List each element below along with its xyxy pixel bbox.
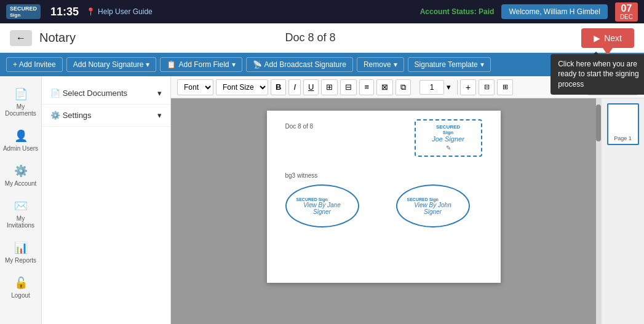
oval-inner-left: SECURED Sign View By JaneSigner xyxy=(285,184,359,227)
doc-page: Doc 8 of 8 SECUREDSign Joe Signer ✎ bg3 … xyxy=(267,111,501,283)
bold-button[interactable]: B xyxy=(271,79,286,95)
plus-icon-btn[interactable]: + xyxy=(460,79,476,95)
sidebar-item-admin-users[interactable]: 👤 Admin Users xyxy=(0,124,41,157)
signature-template-button[interactable]: Signature Template ▾ xyxy=(408,57,491,72)
sidebar: 📄 My Documents 👤 Admin Users ⚙️ My Accou… xyxy=(0,76,42,324)
location-icon: 📍 xyxy=(86,7,95,16)
dropdown-icon: ▾ xyxy=(146,60,149,69)
sidebar-item-my-reports[interactable]: 📊 My Reports xyxy=(0,236,41,269)
next-btn-wrapper: ▶ Next Click here when you are ready to … xyxy=(581,28,634,48)
add-broadcast-button[interactable]: 📡 Add Broadcast Signature xyxy=(246,57,353,72)
logout-icon: 🔓 xyxy=(14,276,28,290)
settings-icon: ⚙️ xyxy=(50,111,60,120)
top-right: Account Status: Paid Welcome, William H … xyxy=(420,2,638,22)
header-bar: ← Notary Doc 8 of 8 ▶ Next Click here wh… xyxy=(0,23,644,53)
sidebar-item-label: My Account xyxy=(5,180,37,187)
sidebar-item-label: My Reports xyxy=(5,257,36,264)
dropdown-icon3: ▾ xyxy=(394,60,397,69)
form-icon: 📋 xyxy=(167,60,176,69)
page-thumbnail[interactable]: Page 1 xyxy=(607,103,639,145)
panel-section-settings: ⚙️ Settings ▾ xyxy=(42,105,170,127)
oval-text-left: View By JaneSigner xyxy=(303,202,340,215)
sig-arrow: ✎ xyxy=(446,144,451,151)
documents-icon: 📄 xyxy=(14,87,28,101)
sig-box-top[interactable]: SECUREDSign Joe Signer ✎ xyxy=(415,119,482,157)
font-size-select[interactable]: Font Size xyxy=(216,79,268,95)
add-form-button[interactable]: 📋 Add Form Field ▾ xyxy=(160,57,242,72)
font-select[interactable]: Font xyxy=(177,79,213,95)
doc-panel-icon: 📄 xyxy=(50,89,60,98)
scrollbar-track[interactable] xyxy=(596,98,601,324)
adjust-icon-btn[interactable]: ⊟ xyxy=(479,79,495,95)
doc-label: Doc 8 of 8 xyxy=(285,123,314,130)
chevron-down-icon2: ▾ xyxy=(157,111,162,120)
left-panel: 📄 Select Documents ▾ ⚙️ Settings ▾ xyxy=(42,76,171,324)
grid-button[interactable]: ⊟ xyxy=(340,79,357,95)
scrollbar-thumb[interactable] xyxy=(596,105,601,141)
thumbnail-label: Page 1 xyxy=(614,135,632,141)
sidebar-item-label: Logout xyxy=(11,292,30,299)
account-icon: ⚙️ xyxy=(14,164,28,178)
sidebar-item-label: My Documents xyxy=(2,103,39,117)
next-button[interactable]: ▶ Next xyxy=(581,28,634,48)
clock: 11:35 xyxy=(50,6,79,18)
help-link[interactable]: 📍 Help User Guide xyxy=(86,7,153,16)
settings-header[interactable]: ⚙️ Settings ▾ xyxy=(42,105,170,126)
top-bar: SECURED Sign 11:35 📍 Help User Guide Acc… xyxy=(0,0,644,23)
date-day: 07 xyxy=(621,4,632,14)
dropdown-icon2: ▾ xyxy=(232,60,236,69)
date-month: DEC xyxy=(620,14,633,20)
italic-button[interactable]: I xyxy=(288,79,301,95)
main-layout: 📄 My Documents 👤 Admin Users ⚙️ My Accou… xyxy=(0,76,644,324)
panel-section-documents: 📄 Select Documents ▾ xyxy=(42,82,170,105)
remove-button[interactable]: Remove ▾ xyxy=(357,57,404,72)
tooltip: Click here when you are ready to start t… xyxy=(551,54,644,95)
witness-label: bg3 witness xyxy=(285,172,318,179)
secured-logo-left: SECURED Sign xyxy=(296,197,328,202)
add-invitee-button[interactable]: + Add Invitee xyxy=(6,57,63,72)
admin-icon: 👤 xyxy=(14,129,28,143)
sidebar-item-label: My Invitations xyxy=(2,215,39,229)
next-icon: ▶ xyxy=(594,33,600,43)
secured-logo-right: SECURED Sign xyxy=(407,197,439,202)
doc-scroll[interactable]: Doc 8 of 8 SECUREDSign Joe Signer ✎ bg3 … xyxy=(171,98,596,324)
distribute-button[interactable]: ⊠ xyxy=(376,79,393,95)
dropdown-arrow: ▾ xyxy=(447,82,451,92)
sidebar-item-my-invitations[interactable]: ✉️ My Invitations xyxy=(0,194,41,234)
sig-name-top: Joe Signer xyxy=(422,135,475,143)
grid-icon-btn[interactable]: ⊞ xyxy=(497,79,513,95)
sig-oval-left[interactable]: SECURED Sign View By JaneSigner xyxy=(285,184,359,227)
broadcast-icon: 📡 xyxy=(253,60,262,69)
back-button[interactable]: ← xyxy=(10,30,32,46)
copy-button[interactable]: ⧉ xyxy=(396,79,411,95)
page-number-row: 1 ▾ xyxy=(413,80,458,95)
reports-icon: 📊 xyxy=(14,241,28,255)
app-logo: SECURED Sign xyxy=(6,4,41,19)
logo-box: SECURED Sign xyxy=(6,4,41,19)
underline-button[interactable]: U xyxy=(303,79,319,95)
account-status: Account Status: Paid xyxy=(420,7,495,16)
oval-text-right: View By JohnSigner xyxy=(414,202,451,215)
sidebar-item-logout[interactable]: 🔓 Logout xyxy=(0,271,41,304)
date-box: 07 DEC xyxy=(615,2,638,22)
sidebar-item-my-account[interactable]: ⚙️ My Account xyxy=(0,159,41,192)
doc-number: Doc 8 of 8 xyxy=(220,31,401,44)
oval-inner-right: SECURED Sign View By JohnSigner xyxy=(396,184,470,227)
page-title: Notary xyxy=(39,31,220,45)
align-button[interactable]: ≡ xyxy=(359,79,374,95)
secured-logo-top: SECUREDSign xyxy=(422,124,475,135)
sidebar-item-label: Admin Users xyxy=(3,145,38,152)
page-number-input[interactable]: 1 xyxy=(419,80,444,95)
thumbnail-panel: Page 1 xyxy=(601,98,644,324)
sidebar-item-my-documents[interactable]: 📄 My Documents xyxy=(0,82,41,122)
chevron-down-icon: ▾ xyxy=(157,89,162,98)
welcome-button[interactable]: Welcome, William H Gimbel xyxy=(501,4,607,19)
invitations-icon: ✉️ xyxy=(14,199,28,213)
sig-oval-right[interactable]: SECURED Sign View By JohnSigner xyxy=(396,184,470,227)
dropdown-icon4: ▾ xyxy=(480,60,484,69)
add-notary-button[interactable]: Add Notary Signature ▾ xyxy=(66,57,157,72)
content-area: Font Font Size B I U ⊞ ⊟ ≡ ⊠ ⧉ 1 ▾ + ⊟ ⊞… xyxy=(171,76,644,324)
toolbar: + Add Invitee Add Notary Signature ▾ 📋 A… xyxy=(0,53,644,76)
select-documents-header[interactable]: 📄 Select Documents ▾ xyxy=(42,82,170,104)
expand-button[interactable]: ⊞ xyxy=(321,79,338,95)
